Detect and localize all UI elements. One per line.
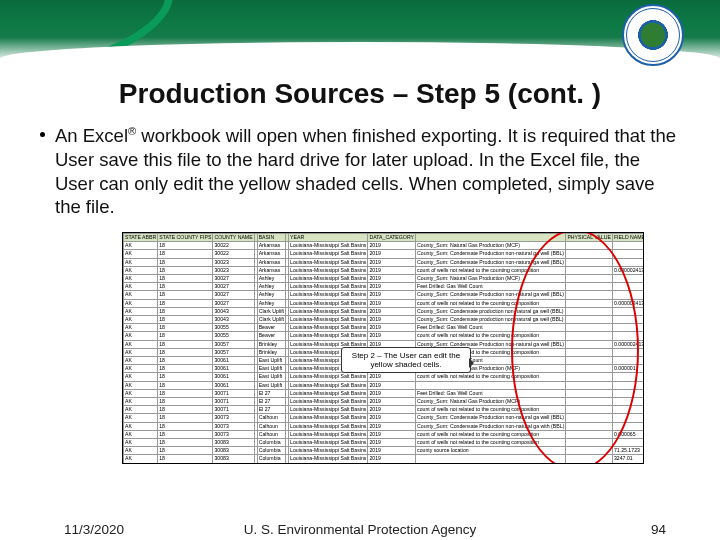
table-row: AK1830073CalhounLouisiana-Mississippi Sa… — [124, 414, 645, 422]
col-header: COUNTY NAME — [213, 234, 254, 242]
table-row: AK1830083ColumbiaLouisiana-Mississippi S… — [124, 439, 645, 447]
table-row: AK1830071El 27Louisiana-Mississippi Salt… — [124, 406, 645, 414]
footer-page-number: 94 — [651, 522, 666, 537]
table-row: AK1830022ArkansasLouisiana-Mississippi S… — [124, 242, 645, 250]
body-text: An Excel® workbook will open when finish… — [40, 124, 684, 219]
table-row: AK1830071El 27Louisiana-Mississippi Salt… — [124, 398, 645, 406]
table-row: AK1830022ArkansasLouisiana-Mississippi S… — [124, 250, 645, 258]
bullet-text: An Excel® workbook will open when finish… — [55, 124, 684, 219]
table-row: AK1830073CalhounLouisiana-Mississippi Sa… — [124, 430, 645, 438]
page-title: Production Sources – Step 5 (cont. ) — [0, 78, 720, 110]
col-header: STATE COUNTY FIPS — [158, 234, 213, 242]
table-row: AK1830027AshleyLouisiana-Mississippi Sal… — [124, 275, 645, 283]
excel-screenshot: Step 2 – The User can edit the yellow sh… — [122, 232, 644, 464]
col-header: BASIN — [257, 234, 285, 242]
col-header: PHYSICAL VALUE — [566, 234, 613, 242]
table-row: AK1830023ArkansasLouisiana-Mississippi S… — [124, 258, 645, 266]
header-banner — [0, 0, 720, 62]
col-header: DATA_CATEGORY — [368, 234, 416, 242]
col-header: YEAR — [289, 234, 368, 242]
registered-mark: ® — [128, 125, 136, 137]
col-header: FIELD NAME — [612, 234, 644, 242]
table-row: AK1830061East UpliftLouisiana-Mississipp… — [124, 373, 645, 381]
table-row: AK1830083ColumbiaLouisiana-Mississippi S… — [124, 447, 645, 455]
table-row: AK1830061East UpliftLouisiana-Mississipp… — [124, 381, 645, 389]
table-row: AK1830083ColumbiaLouisiana-Mississippi S… — [124, 455, 645, 463]
table-row: AK1830027AshleyLouisiana-Mississippi Sal… — [124, 291, 645, 299]
table-row: AK1830055BeaverLouisiana-Mississippi Sal… — [124, 332, 645, 340]
col-header: STATE ABBR — [124, 234, 158, 242]
table-row: AK1830023ArkansasLouisiana-Mississippi S… — [124, 266, 645, 274]
bullet-item: An Excel® workbook will open when finish… — [40, 124, 684, 219]
table-row: AK1830083ColumbiaLouisiana-Mississippi S… — [124, 463, 645, 464]
slide: Production Sources – Step 5 (cont. ) An … — [0, 0, 720, 540]
table-row: AK1830027AshleyLouisiana-Mississippi Sal… — [124, 299, 645, 307]
footer-org: U. S. Environmental Protection Agency — [0, 522, 720, 537]
epa-seal-icon — [622, 4, 684, 66]
callout-text: Step 2 – The User can edit the yellow sh… — [352, 351, 460, 369]
bullet-suffix: workbook will open when finished exporti… — [55, 125, 676, 217]
table-row: AK1830043Clark UpliftLouisiana-Mississip… — [124, 316, 645, 324]
table-row: AK1830071El 27Louisiana-Mississippi Salt… — [124, 389, 645, 397]
table-row: AK1830043Clark UpliftLouisiana-Mississip… — [124, 307, 645, 315]
bullet-dot-icon — [40, 132, 45, 137]
table-row: AK1830055BeaverLouisiana-Mississippi Sal… — [124, 324, 645, 332]
swoosh-decoration — [0, 0, 185, 62]
table-row: AK1830073CalhounLouisiana-Mississippi Sa… — [124, 422, 645, 430]
col-header — [416, 234, 566, 242]
table-row: AK1830027AshleyLouisiana-Mississippi Sal… — [124, 283, 645, 291]
bullet-prefix: An Excel — [55, 125, 128, 146]
callout-box: Step 2 – The User can edit the yellow sh… — [341, 347, 471, 373]
